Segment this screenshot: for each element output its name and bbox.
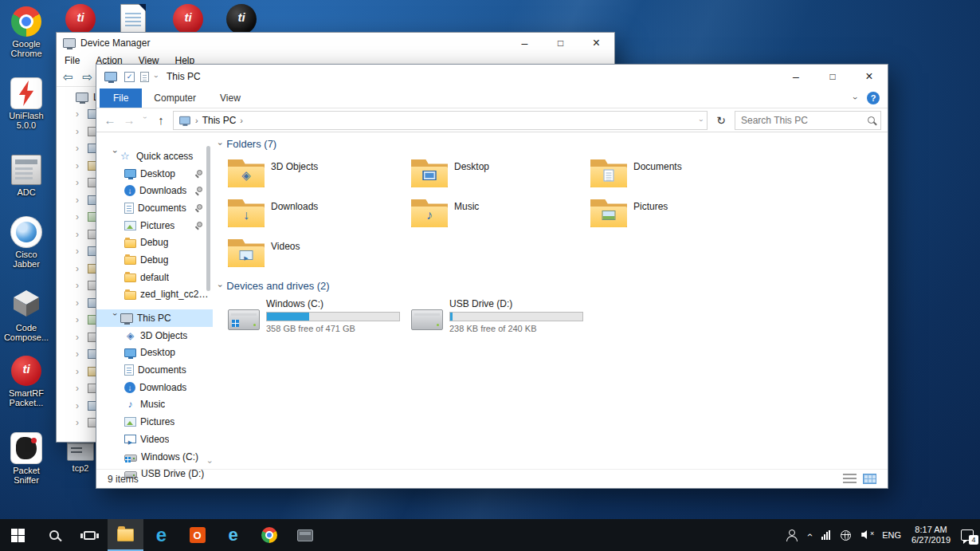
desktop-icon-google-chrome[interactable]: Google Chrome (2, 6, 51, 58)
sidebar-item-music[interactable]: Music (96, 396, 213, 414)
folders-group-header[interactable]: Folders (7) (219, 138, 276, 150)
minimize-button[interactable] (507, 33, 543, 53)
device-manager-titlebar[interactable]: Device Manager (57, 33, 614, 53)
taskbar-file-explorer-button[interactable] (108, 519, 143, 551)
folder-tile-videos[interactable]: Videos (228, 237, 407, 275)
desktop-icon-packet-sniffer[interactable]: Packet Sniffer (2, 433, 51, 485)
maximize-button[interactable] (543, 33, 578, 53)
document-icon[interactable] (120, 4, 146, 34)
sidebar-group-this-pc[interactable]: This PC (96, 309, 213, 327)
desktop-icon-adc[interactable]: ADC (2, 155, 51, 197)
sidebar-item-pictures[interactable]: Pictures (96, 217, 213, 234)
back-arrow-icon[interactable]: ⇦ (63, 70, 73, 85)
sidebar-item-documents[interactable]: Documents (96, 199, 213, 217)
sidebar-item-desktop[interactable]: Desktop (96, 165, 213, 183)
forward-button[interactable]: → (122, 113, 136, 127)
maximize-button[interactable] (814, 65, 851, 89)
taskbar-app-button[interactable] (287, 519, 323, 551)
sidebar-item-debug[interactable]: Debug (96, 234, 213, 251)
task-view-button[interactable] (72, 519, 108, 551)
windows-drive-icon (124, 455, 137, 462)
tab-file[interactable]: File (100, 89, 142, 108)
folder-tile-music[interactable]: Music (411, 197, 590, 235)
network-icon[interactable] (841, 530, 851, 541)
sidebar-item-downloads[interactable]: Downloads (96, 379, 213, 396)
sidebar-item-debug[interactable]: Debug (96, 251, 213, 269)
close-button[interactable] (851, 65, 888, 89)
collapse-chevron-icon[interactable] (111, 313, 120, 324)
desktop-icon-uniflash[interactable]: UniFlash 5.0.0 (2, 78, 51, 130)
drive-tile-windows-c[interactable]: Windows (C:) 358 GB free of 471 GB (228, 298, 411, 340)
help-icon[interactable]: ? (867, 92, 880, 104)
minimize-button[interactable] (778, 65, 814, 89)
search-box[interactable] (735, 111, 881, 130)
breadcrumb[interactable]: This PC (202, 115, 237, 126)
sidebar-item-zed-light[interactable]: zed_light_cc26x2 (96, 286, 213, 304)
folder-tile-downloads[interactable]: Downloads (228, 197, 407, 235)
this-pc-icon (179, 116, 190, 124)
taskbar-edge-button[interactable]: e (143, 519, 179, 551)
sidebar-item-3d-objects[interactable]: 3D Objects (96, 327, 213, 344)
tab-view[interactable]: View (208, 89, 253, 108)
explorer-titlebar[interactable]: This PC (96, 65, 888, 89)
sidebar-item-pictures[interactable]: Pictures (96, 413, 213, 431)
sidebar-group-quick-access[interactable]: Quick access (96, 148, 213, 165)
item-label: Desktop (140, 168, 175, 179)
breadcrumb-separator-icon (195, 116, 198, 125)
tab-computer[interactable]: Computer (142, 89, 208, 108)
large-icons-view-icon[interactable] (863, 474, 876, 484)
menu-file[interactable]: File (65, 55, 80, 66)
drive-tile-usb-d[interactable]: USB Drive (D:) 238 KB free of 240 KB (411, 298, 594, 340)
sidebar-item-windows-c[interactable]: Windows (C:) (96, 448, 213, 466)
folder-tile-3d-objects[interactable]: 3D Objects (228, 157, 407, 195)
back-button[interactable]: ← (103, 113, 117, 127)
sidebar-item-default[interactable]: default (96, 269, 213, 286)
folder-tile-desktop[interactable]: Desktop (411, 157, 590, 195)
new-folder-icon[interactable] (140, 72, 149, 82)
collapse-chevron-icon[interactable] (216, 285, 225, 287)
language-indicator[interactable]: ENG (882, 530, 901, 540)
scrollbar-thumb[interactable] (206, 146, 210, 291)
taskbar-search-button[interactable] (36, 519, 72, 551)
expand-ribbon-chevron-icon[interactable] (851, 96, 860, 100)
cellular-signal-icon[interactable] (821, 530, 830, 540)
drives-group-header[interactable]: Devices and drives (2) (219, 280, 330, 292)
collapse-chevron-icon[interactable] (216, 143, 225, 145)
search-input[interactable] (741, 115, 864, 126)
quick-access-icon (120, 151, 132, 161)
sidebar-item-documents[interactable]: Documents (96, 361, 213, 379)
folder-tile-documents[interactable]: Documents (590, 157, 770, 195)
hidden-icons-chevron-icon[interactable] (804, 533, 815, 537)
address-dropdown-chevron-icon[interactable] (697, 119, 705, 121)
desktop-icon-smartrf-packet[interactable]: SmartRF Packet... (2, 356, 51, 407)
collapse-chevron-icon[interactable] (111, 151, 120, 162)
ti-app-icon[interactable] (65, 4, 96, 34)
forward-arrow-icon[interactable]: ⇨ (83, 70, 93, 85)
up-button[interactable]: ↑ (154, 113, 168, 127)
address-box[interactable]: This PC (173, 111, 708, 130)
recent-locations-chevron-icon[interactable] (141, 116, 149, 124)
taskbar-internet-explorer-button[interactable]: e (215, 519, 251, 551)
details-view-icon[interactable] (843, 474, 857, 484)
folder-tile-pictures[interactable]: Pictures (590, 197, 770, 235)
volume-muted-icon[interactable] (861, 530, 872, 540)
close-button[interactable] (578, 33, 614, 53)
action-center-icon[interactable]: 4 (961, 529, 974, 541)
refresh-button[interactable] (712, 114, 730, 127)
clock[interactable]: 8:17 AM 6/27/2019 (911, 525, 951, 545)
customize-toolbar-chevron-icon[interactable] (152, 76, 160, 78)
taskbar-chrome-button[interactable] (251, 519, 287, 551)
ti-black-app-icon[interactable] (226, 4, 257, 34)
desktop-icon-code-composer[interactable]: Code Compose... (2, 289, 51, 342)
ti-app-icon[interactable] (173, 4, 203, 34)
sidebar-item-videos[interactable]: Videos (96, 431, 213, 448)
group-header-label: Folders (7) (226, 138, 276, 150)
sidebar-item-desktop[interactable]: Desktop (96, 344, 213, 362)
app-window-icon (297, 529, 313, 541)
sidebar-item-downloads[interactable]: Downloads (96, 182, 213, 199)
taskbar-office-button[interactable] (179, 519, 215, 551)
desktop-icon-cisco-jabber[interactable]: Cisco Jabber (2, 217, 51, 269)
people-icon[interactable] (785, 529, 798, 541)
properties-icon[interactable] (124, 72, 135, 82)
start-button[interactable] (0, 519, 36, 551)
